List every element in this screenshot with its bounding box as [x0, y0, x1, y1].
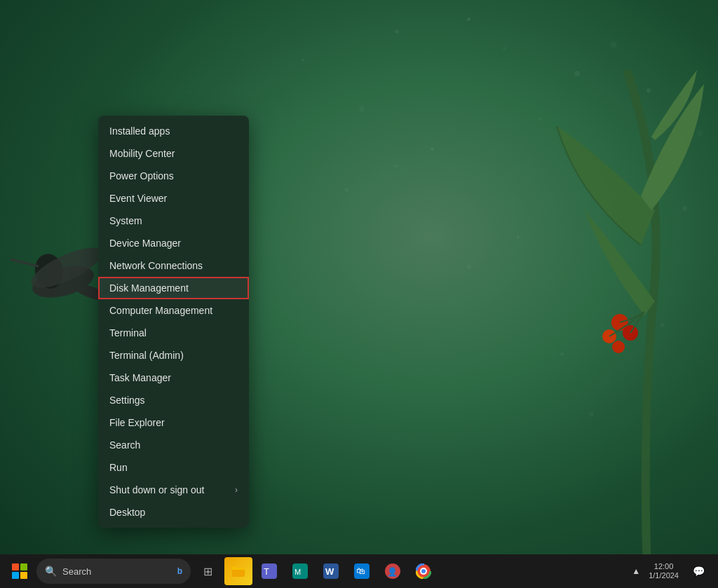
taskbar-search-bar[interactable]: 🔍 Search b — [36, 559, 191, 584]
menu-item-label-power-options: Power Options — [109, 170, 174, 182]
word-icon: W — [323, 563, 339, 579]
taskbar-icon-teams[interactable]: T — [255, 557, 283, 585]
chrome-icon — [416, 563, 431, 579]
menu-item-label-event-viewer: Event Viewer — [109, 193, 167, 204]
menu-item-label-file-explorer: File Explorer — [109, 417, 165, 428]
svg-text:W: W — [325, 566, 334, 577]
menu-item-label-mobility-center: Mobility Center — [109, 148, 175, 159]
menu-item-device-manager[interactable]: Device Manager — [98, 232, 249, 254]
menu-item-label-installed-apps: Installed apps — [109, 125, 170, 137]
svg-text:👤: 👤 — [387, 566, 398, 577]
menu-item-computer-management[interactable]: Computer Management — [98, 299, 249, 322]
menu-item-label-terminal-admin: Terminal (Admin) — [109, 350, 184, 361]
menu-item-mobility-center[interactable]: Mobility Center — [98, 142, 249, 165]
taskbar-icon-meet[interactable]: M — [286, 557, 314, 585]
menu-item-installed-apps[interactable]: Installed apps — [98, 120, 249, 142]
menu-item-label-search: Search — [109, 439, 140, 451]
taskbar-notifications[interactable]: 💬 — [684, 557, 712, 585]
menu-item-file-explorer[interactable]: File Explorer — [98, 411, 249, 434]
menu-item-network-connections[interactable]: Network Connections — [98, 254, 249, 277]
taskbar-icon-store[interactable]: 🛍 — [348, 557, 376, 585]
svg-point-8 — [612, 341, 625, 353]
menu-item-arrow-shut-down: › — [235, 485, 238, 495]
menu-item-label-settings: Settings — [109, 395, 145, 406]
menu-item-disk-management[interactable]: Disk Management — [98, 277, 249, 299]
folder-icon — [231, 564, 245, 578]
menu-item-terminal[interactable]: Terminal — [98, 322, 249, 344]
menu-item-label-network-connections: Network Connections — [109, 260, 203, 271]
menu-item-shut-down[interactable]: Shut down or sign out› — [98, 479, 249, 501]
windows-logo — [12, 563, 27, 579]
bing-badge: b — [177, 566, 182, 576]
menu-item-label-terminal: Terminal — [109, 327, 147, 339]
taskbar-icon-people[interactable]: 👤 — [379, 557, 407, 585]
context-menu: Installed appsMobility CenterPower Optio… — [98, 116, 249, 528]
menu-item-task-manager[interactable]: Task Manager — [98, 367, 249, 389]
store-icon: 🛍 — [354, 563, 370, 579]
taskbar-icon-explorer[interactable] — [224, 557, 252, 585]
meet-icon: M — [292, 563, 308, 579]
plant-decoration — [402, 0, 718, 588]
menu-item-power-options[interactable]: Power Options — [98, 165, 249, 187]
menu-item-label-desktop: Desktop — [109, 507, 145, 518]
menu-item-label-shut-down: Shut down or sign out — [109, 484, 204, 495]
svg-line-2 — [11, 259, 39, 266]
taskbar-icon-taskview[interactable]: ⊞ — [194, 557, 222, 585]
svg-point-25 — [421, 569, 426, 573]
menu-item-system[interactable]: System — [98, 210, 249, 232]
menu-item-label-system: System — [109, 215, 142, 226]
taskbar-icon-chrome[interactable] — [409, 557, 438, 585]
menu-item-run[interactable]: Run — [98, 456, 249, 479]
taskbar: 🔍 Search b ⊞ T M W 🛍 — [0, 554, 718, 588]
svg-text:🛍: 🛍 — [356, 566, 365, 576]
menu-item-event-viewer[interactable]: Event Viewer — [98, 187, 249, 210]
menu-item-desktop[interactable]: Desktop — [98, 501, 249, 524]
svg-text:T: T — [264, 566, 269, 577]
svg-text:M: M — [294, 568, 301, 576]
search-icon: 🔍 — [45, 566, 57, 577]
menu-item-settings[interactable]: Settings — [98, 389, 249, 411]
taskbar-clock[interactable]: 12:00 1/1/2024 — [644, 557, 683, 585]
menu-item-label-device-manager: Device Manager — [109, 238, 181, 249]
menu-item-search[interactable]: Search — [98, 434, 249, 456]
menu-item-label-task-manager: Task Manager — [109, 372, 171, 383]
taskbar-right: ▲ 12:00 1/1/2024 💬 — [629, 557, 712, 585]
teams-icon: T — [262, 563, 277, 579]
menu-item-label-computer-management: Computer Management — [109, 305, 212, 316]
start-button[interactable] — [6, 557, 34, 585]
taskbar-icon-word[interactable]: W — [317, 557, 345, 585]
menu-item-label-disk-management: Disk Management — [109, 282, 189, 294]
menu-item-label-run: Run — [109, 462, 128, 473]
people-icon: 👤 — [385, 563, 400, 579]
taskbar-search-label: Search — [62, 566, 91, 577]
taskbar-system-tray[interactable]: ▲ — [629, 557, 643, 585]
menu-item-terminal-admin[interactable]: Terminal (Admin) — [98, 344, 249, 367]
